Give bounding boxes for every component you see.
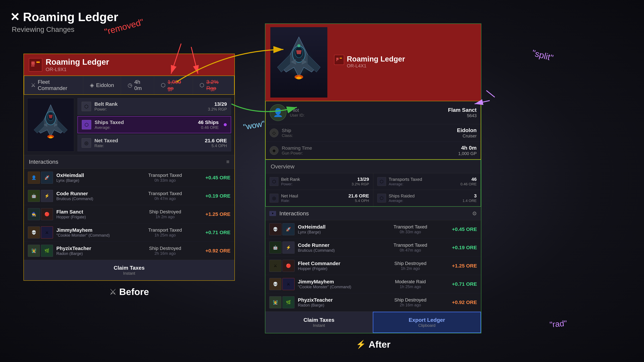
before-icon: ⚔ [109, 287, 116, 297]
ships-taxed-card: ⬡ Ships Taxed Average: 46 Ships 0.46 ORE [78, 116, 231, 133]
ship-class-label: Class: [282, 133, 454, 138]
stat-eidolon: ◈ Eidolon [83, 76, 121, 94]
after-interaction-value-2: +0.19 ORE [450, 245, 477, 250]
interaction-value-5: +0.92 ORE [204, 248, 230, 254]
avatar-user-4: 💀 [28, 226, 40, 239]
page-subtitle: Reviewing Changes [12, 25, 118, 33]
pilot-info-section: 👤 Pilot User ID: Flam Sanct 5643 ◇ Ship … [265, 101, 481, 160]
overview-ships-raided: ⬡ Ships Raided Average: 3 1.4 ORE [373, 190, 481, 206]
stat-fleet-commander: ⚔ Fleet Commander [24, 76, 83, 94]
after-avatar-ship-1: 🚀 [282, 223, 294, 235]
after-avatar-ship-2: ⚡ [282, 242, 294, 254]
interaction-info-5: PhyzixTeacher Radon (Barge) [56, 246, 126, 256]
ship-row: ◇ Ship Class: Eidolon Cruiser [266, 124, 481, 142]
after-claim-taxes-button[interactable]: Claim Taxes Instant [265, 312, 373, 333]
after-avatar-user-4: 💀 [269, 278, 282, 290]
svg-rect-4 [31, 61, 35, 65]
ship-label: Ship [282, 128, 454, 133]
interaction-info-4: JimmyMayhem "Cookie Monster" (Command) [56, 227, 126, 238]
after-avatars-1: 💀 🚀 [269, 223, 294, 235]
gp-icon: ⬡ [161, 82, 166, 88]
interaction-value-2: +0.19 ORE [204, 193, 230, 199]
after-interaction-row-1: 💀 🚀 OxHeimdall Lynx (Barge) Transport Ta… [265, 220, 481, 239]
interaction-row: 👨‍🏫 🌿 PhyzixTeacher Radon (Barge) Ship D… [24, 242, 234, 260]
after-interaction-row-2: 🤖 ⚡ Code Runner Bruticus (Command) Trans… [265, 239, 481, 257]
before-panel-header: Roaming Ledger OR-L9X1 [24, 54, 234, 76]
interactions-menu-icon[interactable]: ≡ [226, 159, 230, 165]
after-panel-id: OR-L4X1 [347, 63, 405, 68]
after-label-area: ⚡ After [356, 339, 390, 350]
after-interaction-event-2: Transport Taxed 0h 47m ago [374, 243, 447, 253]
interaction-info-2: Code Runner Bruticus (Command) [56, 191, 126, 201]
interaction-row: 💀 ⚔ JimmyMayhem "Cookie Monster" (Comman… [24, 223, 234, 242]
ships-taxed-value: 46 Ships 0.46 ORE [198, 119, 219, 130]
overview-raided-icon: ⬡ [377, 194, 386, 202]
filter-icon[interactable]: ⚙ [472, 210, 477, 217]
interaction-row: 🤖 ⚡ Code Runner Bruticus (Command) Trans… [24, 187, 234, 205]
after-interaction-row-4: 💀 ⚔ JimmyMayhem "Cookie Monster" (Comman… [265, 275, 481, 293]
cross-icon: ✕ [10, 10, 20, 24]
after-interaction-value-3: +1.25 ORE [450, 263, 477, 269]
net-taxed-value: 21.6 ORE 5.4 OPH [205, 138, 227, 148]
avatars-3: 🧙 🔴 [28, 208, 53, 220]
stat-time: ◷ 4h 0m [121, 76, 154, 94]
fleet-commander-icon: ⚔ [31, 82, 36, 88]
overview-net-info: Net Haul Rate: [281, 193, 346, 203]
ship-class: Cruiser [457, 133, 477, 139]
interaction-info-1: OxHeimdall Lynx (Barge) [56, 172, 126, 183]
after-panel-footer: Claim Taxes Instant Export Ledger Clipbo… [265, 312, 481, 333]
interaction-event-5: Ship Destroyed 2h 16m ago [130, 246, 200, 256]
after-avatars-4: 💀 ⚔ [269, 278, 294, 290]
export-clipboard-sub: Clipboard [378, 323, 476, 328]
net-taxed-label: Net Taxed Rate: [94, 138, 202, 148]
avatar-ship-2: ⚡ [41, 190, 53, 202]
roaming-row: ◈ Roaming Time Gun Power: 4h 0m 1,000 GP [266, 142, 481, 159]
ship-svg-after [276, 32, 322, 92]
interaction-info-3: Flam Sanct Hopper (Frigate) [56, 209, 126, 219]
page-title: ✕ Roaming Ledger [10, 10, 118, 24]
dropdown-arrow[interactable]: ▼ [269, 211, 276, 216]
belt-rank-label: Belt Rank Power: [94, 101, 204, 112]
svg-rect-6 [33, 65, 34, 66]
after-header-text: Roaming Ledger OR-L4X1 [347, 55, 405, 68]
pilot-value-col: Flam Sanct 5643 [448, 107, 477, 118]
before-panel-footer: Claim Taxes Instant [24, 260, 234, 280]
rgp-icon: ⬡ [200, 82, 204, 88]
before-interactions-title: Interactions [29, 159, 58, 165]
svg-point-18 [297, 44, 300, 47]
overview-transports-info: Transports Taxed Average: [389, 177, 458, 186]
before-panel-title: Roaming Ledger [46, 57, 109, 66]
overview-transports: ⬡ Transports Taxed Average: 46 0.46 ORE [373, 173, 481, 190]
after-panel-title: Roaming Ledger [347, 55, 405, 63]
after-interaction-event-3: Ship Destroyed 1h 2m ago [374, 261, 447, 271]
overview-net-icon: ◎ [270, 194, 278, 202]
roaming-time: 4h 0m [458, 145, 477, 151]
overview-raided-info: Ships Raided Average: [389, 193, 460, 203]
avatar-ship-5: 🌿 [41, 245, 53, 257]
export-ledger-button[interactable]: Export Ledger Clipboard [373, 312, 481, 333]
claim-taxes-button[interactable]: Claim Taxes Instant [24, 260, 234, 280]
pilot-label-col: Pilot User ID: [290, 108, 444, 118]
before-ship-image [27, 98, 74, 152]
overview-belt-info: Belt Rank Power: [281, 177, 349, 186]
after-interactions-header: ▼ Interactions ⚙ [265, 207, 481, 220]
after-interactions-title: Interactions [280, 210, 309, 217]
overview-transports-val: 46 0.46 ORE [460, 177, 477, 186]
after-interactions-list: 💀 🚀 OxHeimdall Lynx (Barge) Transport Ta… [265, 220, 481, 312]
avatar-user-3: 🧙 [28, 208, 40, 220]
overview-belt-icon: ⬡ [270, 177, 278, 186]
ship-svg-before [30, 100, 71, 150]
before-panel-id: OR-L9X1 [46, 66, 109, 72]
pilot-avatar: 👤 [270, 104, 286, 121]
roaming-label-col: Roaming Time Gun Power: [282, 145, 455, 156]
time-icon: ◷ [128, 82, 132, 88]
ship-value-col: Eidolon Cruiser [457, 127, 477, 139]
overview-net-haul: ◎ Net Haul Rate: 21.6 ORE 5.4 OPH [266, 190, 373, 206]
interaction-value-3: +1.25 ORE [204, 211, 230, 217]
interaction-row: 👤 🚀 OxHeimdall Lynx (Barge) Transport Ta… [24, 169, 234, 187]
stat-time-label: 4h 0m [134, 79, 148, 91]
interaction-event-3: Ship Destroyed 1h 2m ago [130, 209, 200, 219]
after-avatar-user-2: 🤖 [269, 242, 282, 254]
before-interactions: Interactions ≡ 👤 🚀 OxHeimdall Lynx (Barg… [24, 155, 234, 260]
svg-rect-7 [36, 61, 40, 63]
